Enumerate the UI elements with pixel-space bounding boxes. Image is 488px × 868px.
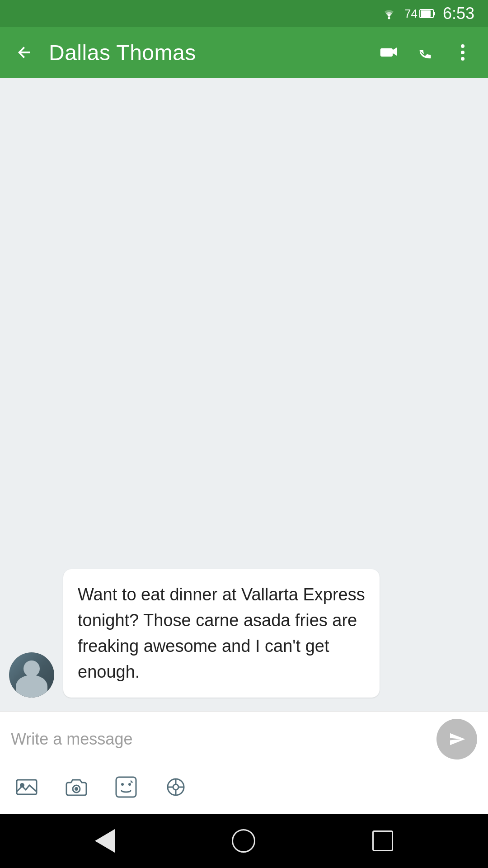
app-bar: Dallas Thomas	[0, 27, 488, 78]
send-button[interactable]	[436, 719, 477, 760]
svg-point-6	[461, 57, 465, 61]
status-bar: 74 6:53	[0, 0, 488, 27]
status-time: 6:53	[443, 4, 474, 23]
nav-bar	[0, 814, 488, 868]
svg-point-12	[121, 783, 124, 786]
svg-rect-3	[434, 12, 435, 15]
battery-indicator: 74	[404, 7, 436, 21]
back-nav-button[interactable]	[95, 829, 115, 853]
svg-point-15	[173, 784, 178, 790]
svg-point-10	[75, 787, 78, 791]
more-options-button[interactable]	[448, 38, 477, 67]
chat-area: Want to eat dinner at Vallarta Express t…	[0, 78, 488, 711]
svg-rect-7	[17, 780, 37, 794]
phone-call-button[interactable]	[412, 39, 439, 66]
wifi-icon	[381, 7, 397, 20]
app-bar-actions	[374, 38, 477, 67]
status-icons: 74 6:53	[381, 4, 474, 23]
contact-name: Dallas Thomas	[49, 40, 363, 65]
input-row	[0, 712, 488, 767]
svg-rect-11	[116, 777, 136, 797]
svg-point-4	[461, 44, 465, 48]
battery-level: 74	[404, 7, 418, 21]
message-row: Want to eat dinner at Vallarta Express t…	[9, 569, 479, 698]
svg-point-5	[461, 51, 465, 54]
camera-button[interactable]	[61, 771, 92, 803]
sticker-button[interactable]	[110, 771, 142, 803]
toolbar	[0, 767, 488, 814]
svg-point-0	[388, 17, 390, 19]
home-nav-button[interactable]	[232, 829, 255, 853]
svg-rect-2	[421, 10, 431, 17]
message-input[interactable]	[11, 730, 436, 749]
svg-point-13	[128, 783, 131, 786]
avatar	[9, 652, 54, 698]
input-area	[0, 711, 488, 814]
location-button[interactable]	[160, 771, 192, 803]
recents-nav-button[interactable]	[372, 830, 393, 851]
video-call-button[interactable]	[374, 38, 403, 67]
gallery-button[interactable]	[11, 771, 42, 803]
message-bubble: Want to eat dinner at Vallarta Express t…	[63, 569, 380, 698]
battery-icon	[419, 9, 436, 19]
message-text: Want to eat dinner at Vallarta Express t…	[78, 585, 365, 681]
back-button[interactable]	[11, 39, 38, 66]
